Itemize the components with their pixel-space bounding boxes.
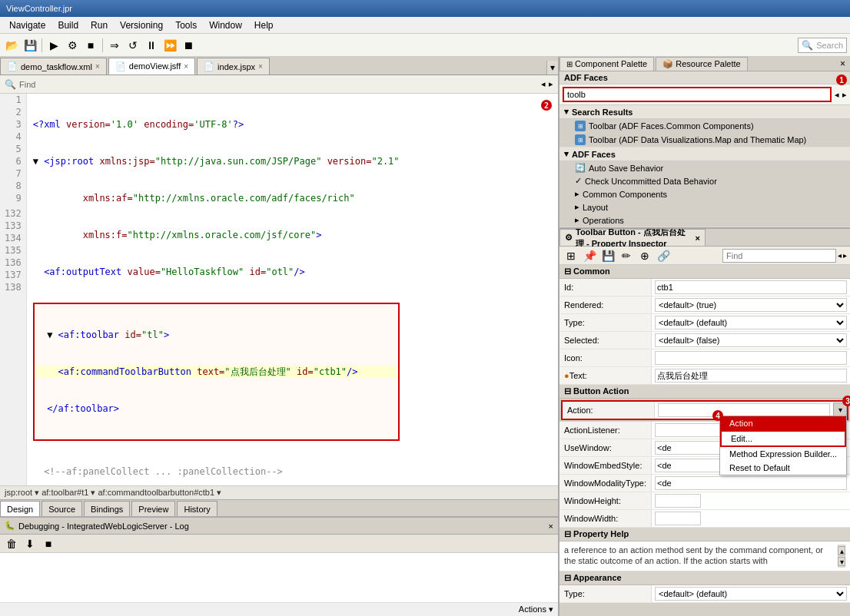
editor-tab-bar: 📄 demo_taskflow.xml × 📄 demoView.jsff × …	[0, 57, 558, 75]
tab-preview[interactable]: Preview	[131, 501, 175, 516]
tab-history[interactable]: History	[177, 501, 217, 516]
find-next-btn[interactable]: ▸	[549, 79, 553, 89]
menu-build[interactable]: Build	[51, 18, 85, 32]
prop-select-type[interactable]: <default> (default)	[655, 316, 847, 330]
toolbar-debug-btn[interactable]: ⚙	[64, 37, 81, 54]
prop-input-windowheight[interactable]	[655, 494, 701, 508]
prop-value-windowheight	[652, 492, 850, 509]
prop-value-rendered: <default> (true)	[652, 296, 850, 313]
tab-demo-view[interactable]: 📄 demoView.jsff ×	[108, 58, 195, 75]
palette-item-common-components[interactable]: ▸ Common Components	[559, 187, 850, 200]
prop-select-selected[interactable]: <default> (false)	[655, 333, 847, 347]
prop-input-windowmodalitytype[interactable]	[655, 476, 847, 490]
prop-input-windowwidth[interactable]	[655, 512, 701, 525]
prop-input-id[interactable]	[655, 280, 847, 294]
toolbar-end-btn[interactable]: ⏹	[180, 37, 197, 54]
prop-search-input[interactable]	[722, 249, 836, 263]
prop-select-rendered[interactable]: <default> (true)	[655, 298, 847, 312]
dropdown-item-reset[interactable]: Reset to Default	[720, 461, 846, 475]
minus-icon-appearance: ⊟	[564, 573, 571, 582]
help-scroll-down[interactable]: ▾	[838, 557, 845, 566]
collapse-icon-adf: ▾	[564, 149, 569, 159]
prop-input-icon[interactable]	[655, 351, 847, 365]
palette-search-input[interactable]	[563, 87, 832, 102]
prop-row-appearance-type: Type: <default> (default)	[559, 585, 850, 603]
prop-toolbar-btn4[interactable]: ✏	[618, 247, 635, 264]
menu-run[interactable]: Run	[85, 18, 114, 32]
prop-select-appearance-type[interactable]: <default> (default)	[655, 587, 847, 601]
tab-close-3[interactable]: ×	[258, 62, 263, 71]
palette-item-auto-save[interactable]: 🔄 Auto Save Behavior	[559, 161, 850, 174]
palette-item-check-uncommitted[interactable]: ✓ Check Uncommitted Data Behavior	[559, 174, 850, 187]
prop-search-next-btn[interactable]: ▸	[843, 251, 847, 260]
prop-toolbar-btn2[interactable]: 📌	[581, 247, 598, 264]
palette-item-toolbar-1[interactable]: ⊞ Toolbar (ADF Faces.Common Components)	[559, 119, 850, 133]
prop-toolbar-btn1[interactable]: ⊞	[563, 247, 579, 264]
component-palette-icon: ⊞	[566, 60, 573, 68]
tab-resource-palette[interactable]: 📦 Resource Palette	[656, 57, 747, 71]
prop-row-action: Action: ▾ 4 Action Edit... Method Expres…	[563, 402, 847, 419]
action-row-highlight: 3 Action: ▾ 4 Action Edit...	[561, 400, 848, 420]
prop-toolbar-btn6[interactable]: 🔗	[655, 247, 672, 264]
prop-search-prev-btn[interactable]: ◂	[838, 251, 842, 260]
component-palette: ⊞ Component Palette 📦 Resource Palette ×…	[559, 57, 850, 229]
toolbar-stop-btn[interactable]: ■	[82, 37, 99, 54]
toolbar-new-btn[interactable]: 📂	[3, 37, 20, 54]
tab-design[interactable]: Design	[0, 501, 40, 516]
section-header-adf[interactable]: ▾ ADF Faces	[559, 147, 850, 161]
tab-icon-3: 📄	[204, 61, 214, 71]
search-nav-next-btn[interactable]: ▸	[842, 90, 847, 100]
toolbar-save-btn[interactable]: 💾	[22, 37, 38, 54]
prop-toolbar-btn5[interactable]: ⊕	[636, 247, 653, 264]
log-scroll-btn[interactable]: ⬇	[22, 535, 38, 552]
prop-value-action: ▾ 4 Action Edit... Method Expression Bui…	[655, 402, 847, 419]
menu-window[interactable]: Window	[203, 18, 248, 32]
collapse-icon-search: ▾	[564, 107, 569, 117]
section-header-search[interactable]: ▾ Search Results	[559, 105, 850, 119]
tab-close-1[interactable]: ×	[95, 62, 100, 71]
log-clear-btn[interactable]: 🗑	[3, 535, 20, 552]
dropdown-item-method-expression[interactable]: Method Expression Builder...	[720, 447, 846, 461]
menu-navigate[interactable]: Navigate	[3, 18, 51, 32]
property-inspector: ⚙ Toolbar Button - 点我后台处理 - Property Ins…	[559, 229, 850, 616]
code-editor[interactable]: 2 1 2 3 4 5 6 7 8 9 132 133 134 135 1	[0, 94, 558, 485]
tab-index[interactable]: 📄 index.jspx ×	[197, 58, 270, 75]
tab-demo-taskflow[interactable]: 📄 demo_taskflow.xml ×	[0, 58, 107, 75]
menu-versioning[interactable]: Versioning	[114, 18, 169, 32]
prop-inspector-close[interactable]: ×	[696, 233, 700, 243]
log-content	[0, 553, 558, 602]
menu-tools[interactable]: Tools	[169, 18, 203, 32]
toolbar-refresh-btn[interactable]: ↺	[125, 37, 141, 54]
help-scroll-up[interactable]: ▴	[838, 546, 845, 555]
toolbar-forward-btn[interactable]: ⏩	[161, 37, 178, 54]
palette-item-toolbar-2[interactable]: ⊞ Toolbar (ADF Data Visualizations.Map a…	[559, 133, 850, 147]
tab-component-palette[interactable]: ⊞ Component Palette	[559, 57, 654, 71]
palette-item-operations[interactable]: ▸ Operations	[559, 214, 850, 227]
search-nav-prev-btn[interactable]: ◂	[835, 90, 839, 100]
layout-icon: ▸	[575, 202, 579, 212]
tab-bindings[interactable]: Bindings	[84, 501, 130, 516]
palette-item-layout[interactable]: ▸ Layout	[559, 200, 850, 214]
find-prev-btn[interactable]: ◂	[541, 79, 546, 89]
palette-close-btn[interactable]: ×	[835, 57, 850, 71]
prop-toolbar-btn3[interactable]: 💾	[599, 247, 616, 264]
log-stop-btn[interactable]: ■	[40, 535, 57, 552]
menu-bar: Navigate Build Run Versioning Tools Wind…	[0, 17, 850, 34]
tab-dropdown[interactable]: ▾	[546, 61, 558, 75]
dropdown-item-action[interactable]: Action	[720, 416, 846, 430]
prop-row-windowwidth: WindowWidth:	[559, 510, 850, 528]
log-actions-label[interactable]: Actions ▾	[519, 604, 553, 614]
help-text-content: a reference to an action method sent by …	[564, 545, 835, 568]
prop-label-id: Id:	[559, 279, 652, 296]
prop-input-text[interactable]	[655, 369, 847, 383]
toolbar-pause-btn[interactable]: ⏸	[143, 37, 160, 54]
toolbar-step-btn[interactable]: ⇒	[106, 37, 123, 54]
toolbar-run-btn[interactable]: ▶	[45, 37, 62, 54]
tab-source[interactable]: Source	[42, 501, 82, 516]
menu-help[interactable]: Help	[248, 18, 280, 32]
dropdown-item-edit[interactable]: Edit...	[720, 430, 846, 447]
tab-close-2[interactable]: ×	[184, 62, 188, 71]
prop-row-icon: Icon:	[559, 349, 850, 367]
prop-row-selected: Selected: <default> (false)	[559, 332, 850, 349]
log-close-btn[interactable]: ×	[549, 522, 553, 531]
